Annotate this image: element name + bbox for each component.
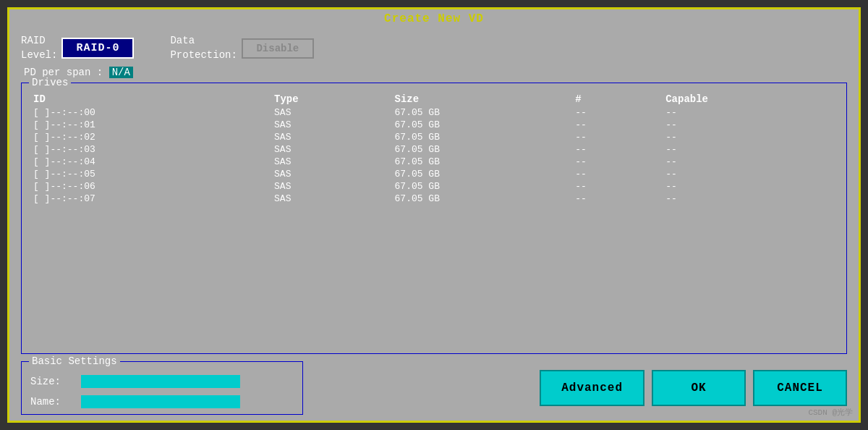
ok-button[interactable]: OK [652, 370, 746, 406]
buttons-area: Advanced OK CANCEL [303, 361, 847, 415]
drives-table: ID Type Size # Capable [ ]--:--:00 SAS 6… [27, 92, 841, 205]
table-row[interactable]: [ ]--:--:04 SAS 67.05 GB -- -- [27, 156, 841, 168]
basic-settings-legend: Basic Settings [29, 355, 120, 367]
drive-size: 67.05 GB [389, 168, 570, 180]
drive-size: 67.05 GB [389, 156, 570, 168]
col-header-capable: Capable [660, 92, 841, 106]
drive-type: SAS [268, 131, 389, 143]
drive-capable: -- [660, 156, 841, 168]
top-config-row: RAID Level: RAID-0 Data Protection: Disa… [21, 34, 847, 62]
drive-capable: -- [660, 131, 841, 143]
drive-capable: -- [660, 193, 841, 205]
data-protection-group: Data Protection: Disable [163, 34, 313, 62]
drive-type: SAS [268, 106, 389, 119]
raid-level-button[interactable]: RAID-0 [61, 38, 134, 59]
watermark: CSDN @光学 [808, 407, 853, 418]
dialog-title: Create New VD [9, 9, 859, 28]
name-row: Name: [30, 395, 294, 408]
drive-id: [ ]--:--:07 [27, 193, 268, 205]
drive-num: -- [569, 106, 660, 119]
drive-num: -- [569, 131, 660, 143]
table-row[interactable]: [ ]--:--:02 SAS 67.05 GB -- -- [27, 131, 841, 143]
drive-capable: -- [660, 119, 841, 131]
col-header-type: Type [268, 92, 389, 106]
main-content: RAID Level: RAID-0 Data Protection: Disa… [9, 28, 859, 421]
drive-num: -- [569, 193, 660, 205]
table-row[interactable]: [ ]--:--:01 SAS 67.05 GB -- -- [27, 119, 841, 131]
drives-legend: Drives [29, 77, 71, 88]
drive-id: [ ]--:--:02 [27, 131, 268, 143]
pd-per-span-row: PD per span : N/A [24, 67, 847, 78]
drive-id: [ ]--:--:04 [27, 156, 268, 168]
table-row[interactable]: [ ]--:--:03 SAS 67.05 GB -- -- [27, 143, 841, 156]
drives-table-header: ID Type Size # Capable [27, 92, 841, 106]
drive-id: [ ]--:--:06 [27, 180, 268, 193]
drive-size: 67.05 GB [389, 119, 570, 131]
cancel-button[interactable]: CANCEL [753, 370, 847, 406]
drive-num: -- [569, 143, 660, 156]
drive-type: SAS [268, 168, 389, 180]
col-header-id: ID [27, 92, 268, 106]
drive-size: 67.05 GB [389, 143, 570, 156]
data-protection-label: Data Protection: [170, 34, 237, 62]
drive-type: SAS [268, 156, 389, 168]
pd-per-span-value: N/A [109, 67, 133, 78]
drive-capable: -- [660, 106, 841, 119]
col-header-size: Size [389, 92, 570, 106]
drive-num: -- [569, 168, 660, 180]
drive-num: -- [569, 156, 660, 168]
drive-type: SAS [268, 119, 389, 131]
drive-size: 67.05 GB [389, 180, 570, 193]
drive-size: 67.05 GB [389, 106, 570, 119]
dialog-window: Create New VD RAID Level: RAID-0 Data Pr… [7, 7, 861, 423]
drive-type: SAS [268, 143, 389, 156]
drive-size: 67.05 GB [389, 193, 570, 205]
drive-id: [ ]--:--:01 [27, 119, 268, 131]
drive-type: SAS [268, 180, 389, 193]
basic-settings-section: Basic Settings Size: Name: [21, 361, 303, 415]
drive-capable: -- [660, 143, 841, 156]
advanced-button[interactable]: Advanced [540, 370, 644, 406]
table-row[interactable]: [ ]--:--:07 SAS 67.05 GB -- -- [27, 193, 841, 205]
raid-label: RAID Level: [21, 34, 57, 62]
drive-id: [ ]--:--:00 [27, 106, 268, 119]
bottom-row: Basic Settings Size: Name: Advanced OK C… [21, 361, 847, 415]
size-input[interactable] [81, 375, 240, 388]
drives-tbody: [ ]--:--:00 SAS 67.05 GB -- -- [ ]--:--:… [27, 106, 841, 205]
drive-num: -- [569, 180, 660, 193]
drive-capable: -- [660, 180, 841, 193]
drive-size: 67.05 GB [389, 131, 570, 143]
table-row[interactable]: [ ]--:--:06 SAS 67.05 GB -- -- [27, 180, 841, 193]
name-input[interactable] [81, 395, 240, 408]
raid-level-group: RAID Level: RAID-0 [21, 34, 134, 62]
drives-section: Drives ID Type Size # Capable [ ]--:--:0… [21, 83, 847, 354]
drive-id: [ ]--:--:05 [27, 168, 268, 180]
col-header-num: # [569, 92, 660, 106]
table-row[interactable]: [ ]--:--:00 SAS 67.05 GB -- -- [27, 106, 841, 119]
name-label: Name: [30, 396, 74, 408]
size-row: Size: [30, 375, 294, 388]
drive-num: -- [569, 119, 660, 131]
size-label: Size: [30, 376, 74, 387]
drive-id: [ ]--:--:03 [27, 143, 268, 156]
data-protection-button[interactable]: Disable [242, 38, 314, 59]
table-row[interactable]: [ ]--:--:05 SAS 67.05 GB -- -- [27, 168, 841, 180]
drive-capable: -- [660, 168, 841, 180]
drive-type: SAS [268, 193, 389, 205]
